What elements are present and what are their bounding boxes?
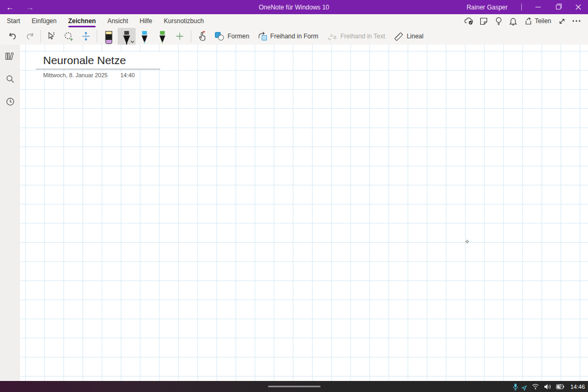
- notifications-button[interactable]: [506, 14, 521, 28]
- ink-to-shape-icon: [257, 32, 267, 41]
- insert-space-icon: [81, 32, 91, 41]
- sticky-note-icon: [479, 17, 488, 26]
- share-icon: [524, 17, 532, 25]
- taskbar-clock[interactable]: 14:46: [570, 384, 585, 390]
- minimize-icon: [535, 7, 541, 7]
- share-button[interactable]: Teilen: [521, 14, 554, 28]
- ink-to-text-button[interactable]: a a Freihand in Text: [323, 28, 389, 44]
- svg-text:I: I: [53, 31, 55, 36]
- ink-to-text-label: Freihand in Text: [341, 33, 385, 40]
- page-date: Mittwoch, 8. Januar 2025: [43, 72, 108, 78]
- page-time: 14:40: [120, 72, 135, 78]
- sticky-note-button[interactable]: [477, 14, 491, 28]
- tab-zeichnen[interactable]: Zeichnen: [68, 14, 96, 28]
- restore-icon: [556, 5, 561, 9]
- bell-icon: [509, 17, 517, 26]
- chevron-down-icon: [130, 40, 135, 43]
- ellipsis-icon: [572, 20, 581, 22]
- pen-green-button[interactable]: [153, 28, 171, 45]
- select-cursor-icon: I: [47, 32, 57, 41]
- lasso-select-icon: [64, 32, 74, 42]
- battery-icon[interactable]: [556, 384, 564, 389]
- left-rail: [0, 45, 20, 381]
- page-meta: Mittwoch, 8. Januar 2025 14:40: [43, 72, 135, 78]
- close-button[interactable]: [568, 0, 588, 14]
- titlebar-separator: [521, 4, 522, 11]
- ruler-button[interactable]: Lineal: [389, 28, 428, 44]
- maximize-button[interactable]: [548, 0, 568, 14]
- pen-black-button[interactable]: [118, 28, 136, 45]
- taskbar-handle[interactable]: [268, 386, 321, 387]
- lightbulb-icon: [495, 17, 502, 26]
- tab-ansicht[interactable]: Ansicht: [107, 14, 128, 28]
- more-options-button[interactable]: [569, 14, 584, 28]
- microphone-icon[interactable]: [512, 383, 519, 390]
- add-pen-button[interactable]: [171, 28, 188, 44]
- sync-status-button[interactable]: [462, 14, 477, 28]
- pen-green-icon: [157, 30, 168, 45]
- ink-to-shape-button[interactable]: Freihand in Form: [253, 28, 322, 44]
- notebooks-button[interactable]: [4, 50, 16, 63]
- page-title[interactable]: Neuronale Netze: [36, 52, 160, 69]
- windows-taskbar[interactable]: 14:46: [0, 381, 588, 392]
- account-name[interactable]: Rainer Gasper: [467, 4, 508, 11]
- draw-with-touch-icon: [197, 30, 208, 42]
- page-title-text: Neuronale Netze: [43, 54, 126, 67]
- page-canvas[interactable]: Neuronale Netze Mittwoch, 8. Januar 2025…: [20, 45, 588, 381]
- shapes-button[interactable]: Formen: [211, 28, 253, 44]
- insert-space-button[interactable]: [77, 28, 94, 44]
- back-button[interactable]: ←: [0, 0, 20, 14]
- ruler-label: Lineal: [407, 33, 424, 40]
- ribbon-tabs: Start Einfügen Zeichnen Ansicht Hilfe Ku…: [0, 14, 588, 28]
- lasso-select-button[interactable]: [60, 28, 77, 44]
- draw-with-touch-button[interactable]: [194, 28, 211, 44]
- toolbar-divider: [40, 30, 41, 43]
- eraser-button[interactable]: [100, 28, 118, 45]
- close-icon: [575, 4, 581, 10]
- titlebar: ← → OneNote für Windows 10 Rainer Gasper: [0, 0, 588, 14]
- wifi-icon[interactable]: [532, 384, 539, 389]
- undo-button[interactable]: [4, 28, 21, 44]
- pen-blue-icon: [139, 30, 150, 45]
- recent-notes-button[interactable]: [4, 95, 16, 108]
- svg-text:a: a: [333, 34, 337, 40]
- system-tray: 14:46: [512, 381, 585, 392]
- select-objects-button[interactable]: I: [44, 28, 60, 44]
- toolbar-divider: [97, 30, 97, 43]
- shapes-label: Formen: [228, 33, 249, 40]
- search-icon: [6, 75, 15, 84]
- shapes-icon: [215, 32, 224, 41]
- minimize-button[interactable]: [528, 0, 548, 14]
- pen-blue-button[interactable]: [136, 28, 153, 45]
- tab-hilfe[interactable]: Hilfe: [140, 14, 152, 28]
- forward-button[interactable]: →: [20, 0, 40, 14]
- ruler-icon: [394, 32, 404, 42]
- plus-icon: [175, 32, 184, 41]
- location-icon[interactable]: [521, 385, 527, 391]
- tab-start[interactable]: Start: [7, 14, 20, 28]
- pen-cursor-icon: ✧: [465, 238, 470, 245]
- redo-button[interactable]: [21, 28, 38, 44]
- tab-kursnotizbuch[interactable]: Kursnotizbuch: [164, 14, 204, 28]
- ink-to-shape-label: Freihand in Form: [270, 33, 318, 40]
- redo-icon: [25, 32, 35, 41]
- eraser-icon: [104, 30, 114, 45]
- share-label: Teilen: [535, 17, 551, 25]
- svg-text:a: a: [330, 33, 333, 38]
- fullscreen-expand-icon: [558, 17, 566, 25]
- clock-icon: [6, 97, 15, 106]
- whats-new-button[interactable]: [491, 14, 506, 28]
- fullscreen-button[interactable]: [554, 14, 569, 28]
- ink-to-text-icon: a a: [327, 32, 337, 40]
- undo-icon: [8, 32, 18, 41]
- sync-cloud-check-icon: [464, 17, 474, 25]
- draw-toolbar: I: [0, 28, 588, 45]
- search-button[interactable]: [4, 73, 16, 85]
- toolbar-divider: [191, 30, 191, 43]
- notebooks-icon: [5, 52, 15, 60]
- tab-einfuegen[interactable]: Einfügen: [32, 14, 56, 28]
- speaker-icon[interactable]: [544, 384, 551, 390]
